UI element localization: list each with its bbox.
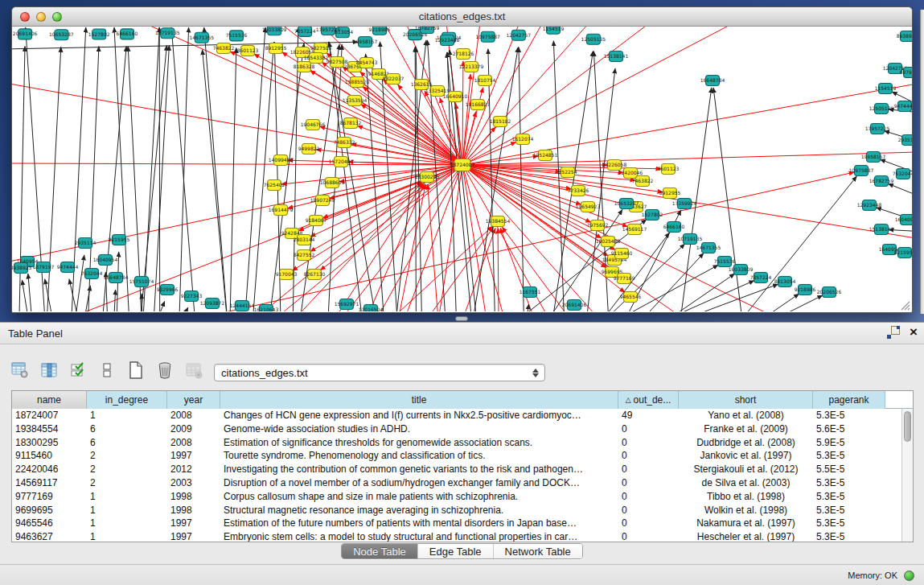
network-node-yellow[interactable]: 14099488: [269, 155, 294, 166]
network-node-teal[interactable]: 17957225: [865, 124, 890, 134]
network-node-teal[interactable]: 16033809: [729, 265, 754, 275]
network-node-yellow[interactable]: 9184067: [306, 216, 327, 226]
network-node-yellow[interactable]: 18226058: [602, 160, 627, 171]
network-canvas[interactable]: 7463822860112389129551822605898275031654…: [12, 27, 912, 311]
network-node-teal[interactable]: 17016504: [359, 305, 384, 312]
network-node-teal[interactable]: 10653287: [49, 30, 74, 40]
network-node-teal[interactable]: 12042757: [507, 30, 532, 40]
network-node-yellow[interactable]: 19524851: [533, 150, 558, 161]
table-settings-icon[interactable]: [11, 360, 29, 380]
network-node-yellow[interactable]: 2718126: [453, 49, 474, 60]
network-node-teal[interactable]: 7857224: [294, 27, 316, 36]
network-node-yellow[interactable]: 18907249: [310, 196, 335, 206]
network-node-teal[interactable]: 7632044: [81, 269, 103, 279]
network-node-teal[interactable]: 1527802: [88, 29, 110, 39]
table-row[interactable]: 911546021997Tourette syndrome. Phenomeno…: [12, 449, 901, 463]
network-node-teal[interactable]: 8215955: [109, 235, 130, 245]
new-file-icon[interactable]: [127, 360, 145, 380]
column-header-name[interactable]: name: [12, 391, 87, 409]
network-node-yellow[interactable]: 19654923: [576, 202, 601, 212]
split-pane-handle[interactable]: [455, 316, 468, 321]
column-header-title[interactable]: title: [220, 391, 618, 409]
zoom-window-button[interactable]: [52, 12, 62, 22]
network-node-yellow[interactable]: 8912955: [265, 43, 287, 54]
close-window-button[interactable]: [20, 12, 30, 22]
network-node-teal[interactable]: 14671355: [189, 32, 214, 43]
network-node-teal[interactable]: 10719135: [678, 234, 703, 245]
network-node-teal[interactable]: 9218986: [369, 27, 391, 35]
network-node-teal[interactable]: 8938923: [12, 263, 32, 274]
table-row[interactable]: 2242004622012Investigating the contribut…: [12, 463, 901, 476]
network-node-teal[interactable]: 15692971: [335, 299, 359, 310]
table-row[interactable]: 946362711997Embryonic stem cells: a mode…: [12, 530, 901, 542]
column-header-pagerank[interactable]: pagerank: [813, 391, 885, 409]
network-node-teal[interactable]: 15751074: [129, 277, 154, 287]
network-node-teal[interactable]: 16040954: [895, 215, 912, 225]
network-node-teal[interactable]: 20691406: [562, 300, 587, 311]
network-node-teal[interactable]: 6466160: [117, 29, 138, 39]
network-node-teal[interactable]: 12505135: [581, 34, 606, 44]
network-node-teal[interactable]: 19958167: [353, 37, 378, 47]
network-node-teal[interactable]: 19958167: [861, 152, 886, 163]
resize-grip-icon[interactable]: [899, 299, 910, 311]
scrollbar-thumb[interactable]: [904, 411, 911, 442]
select-rows-icon[interactable]: [69, 360, 87, 380]
network-node-yellow[interactable]: 8267130: [304, 270, 326, 280]
network-node-teal[interactable]: 8215955: [894, 248, 912, 258]
tab-edge-table[interactable]: Edge Table: [418, 544, 494, 558]
network-node-teal[interactable]: 1154519: [543, 27, 565, 34]
network-node-teal[interactable]: 16210643: [254, 305, 279, 312]
tab-node-table[interactable]: Node Table: [342, 544, 418, 558]
network-node-teal[interactable]: 20206526: [817, 287, 842, 298]
table-row[interactable]: 1830029562008Estimation of significance …: [12, 436, 901, 450]
network-node-teal[interactable]: 9227343: [181, 291, 203, 302]
network-node-teal[interactable]: 12444154: [230, 301, 255, 311]
network-node-yellow[interactable]: 9465546: [620, 292, 642, 303]
table-row[interactable]: 1872400712008Changes of HCN gene express…: [12, 409, 901, 422]
network-node-yellow[interactable]: 16640910: [443, 92, 468, 102]
network-node-teal[interactable]: 17359924: [672, 199, 697, 209]
network-node-teal[interactable]: 9474444: [57, 262, 79, 273]
network-node-teal[interactable]: 16033809: [262, 27, 287, 35]
tab-network-table[interactable]: Network Table: [494, 544, 582, 558]
network-node-teal[interactable]: 2935114: [898, 135, 912, 146]
network-node-yellow[interactable]: 10688609: [320, 178, 345, 188]
network-node-teal[interactable]: 8813054: [774, 277, 796, 287]
network-node-teal[interactable]: 16648784: [104, 273, 129, 283]
network-node-yellow[interactable]: 1810754: [474, 76, 496, 86]
network-node-yellow[interactable]: 1612074: [512, 134, 534, 145]
network-node-yellow[interactable]: 19384554: [486, 216, 511, 227]
network-node-teal[interactable]: 10975887: [475, 31, 500, 42]
network-node-yellow[interactable]: 7463822: [632, 176, 654, 187]
network-node-yellow[interactable]: 14569117: [622, 225, 647, 235]
row-height-icon[interactable]: [98, 360, 116, 380]
column-header-in_degree[interactable]: in_degree: [87, 391, 167, 409]
table-row[interactable]: 1456911722003Disruption of a novel membe…: [12, 476, 901, 490]
network-node-teal[interactable]: 15138141: [604, 51, 629, 62]
network-node-teal[interactable]: 6466160: [663, 222, 685, 233]
network-node-teal[interactable]: 6879197: [900, 68, 912, 78]
close-panel-icon[interactable]: ×: [910, 326, 918, 339]
table-row[interactable]: 946554611997Estimation of the future num…: [12, 517, 901, 530]
network-node-teal[interactable]: 1167551: [519, 287, 541, 298]
table-row[interactable]: 1938455462009Genome-wide association stu…: [12, 422, 901, 436]
network-node-teal[interactable]: 15138141: [869, 225, 894, 235]
network-node-yellow[interactable]: 2803144: [294, 235, 315, 245]
column-header-short[interactable]: short: [679, 391, 813, 409]
network-node-teal[interactable]: 12505135: [869, 104, 894, 114]
delete-trash-icon[interactable]: [156, 360, 174, 380]
table-selector-dropdown[interactable]: citations_edges.txt: [214, 364, 545, 381]
network-node-yellow[interactable]: 252254: [559, 167, 577, 178]
network-node-teal[interactable]: 14671355: [696, 243, 721, 253]
network-node-teal[interactable]: 7632044: [893, 169, 912, 179]
network-node-teal[interactable]: 16648784: [700, 76, 725, 86]
network-node-yellow[interactable]: 16914479: [269, 205, 294, 216]
network-node-teal[interactable]: 6879197: [33, 262, 55, 273]
column-header-out_de[interactable]: △out_de...: [618, 391, 679, 409]
table-row[interactable]: 969969511998Structural magnetic resonanc…: [12, 504, 901, 517]
network-node-yellow[interactable]: 8912955: [659, 188, 681, 199]
network-node-teal[interactable]: 12923448: [435, 35, 460, 46]
network-node-teal[interactable]: 12923448: [857, 200, 882, 211]
minimize-window-button[interactable]: [36, 12, 46, 22]
table-row[interactable]: 977716911998Corpus callosum shape and si…: [12, 490, 901, 504]
